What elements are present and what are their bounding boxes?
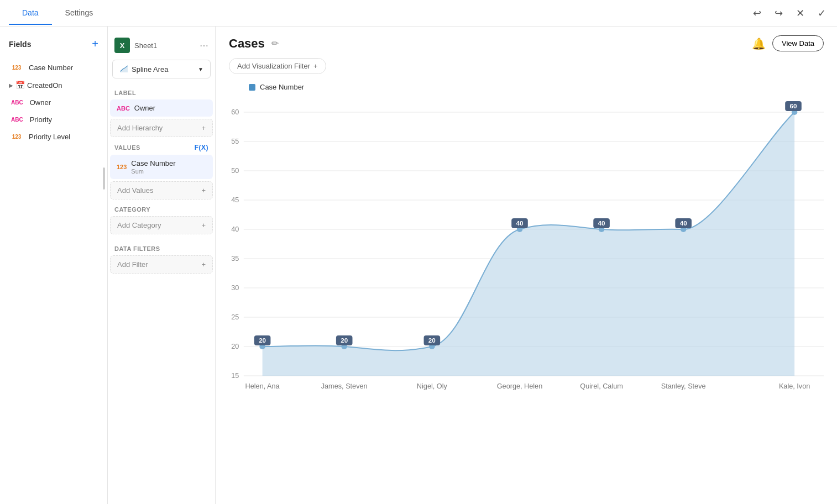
add-filter-label: Add Visualization Filter — [237, 62, 310, 70]
priority-badge: ABC — [9, 116, 25, 123]
fields-panel: Fields + 123 Case Number ▶ 📅 CreatedOn A… — [0, 27, 108, 504]
more-options-icon[interactable]: ⋯ — [200, 40, 208, 51]
field-item-priority[interactable]: ABC Priority — [0, 111, 107, 128]
add-filter-label: Add Filter — [117, 260, 148, 269]
add-visualization-filter-button[interactable]: Add Visualization Filter + — [229, 58, 326, 74]
x-label-james: James, Steven — [321, 382, 368, 390]
label-owner-item[interactable]: ABC Owner — [110, 99, 213, 117]
label-stanley: 40 — [680, 220, 687, 227]
tab-group: Data Settings — [9, 2, 106, 25]
add-category-button[interactable]: Add Category + — [110, 216, 213, 234]
case-number-label: Case Number — [29, 64, 73, 72]
label-owner-name: Owner — [134, 104, 155, 112]
values-case-number-item[interactable]: 123 Case Number Sum — [110, 155, 213, 179]
field-item-case-number[interactable]: 123 Case Number — [0, 59, 107, 76]
chart-type-label: Spline Area — [132, 65, 169, 74]
x-label-kale: Kale, Ivon — [779, 382, 810, 390]
close-button[interactable]: ✕ — [794, 5, 807, 22]
legend-label: Case Number — [260, 83, 304, 91]
svg-text:20: 20 — [231, 343, 239, 350]
config-panel: X Sheet1 ⋯ Spline Area ▼ LABEL ABC Owner… — [108, 27, 216, 504]
label-helen: 20 — [259, 337, 266, 344]
priority-level-badge: 123 — [9, 133, 24, 140]
add-category-icon: + — [201, 221, 206, 229]
category-section-title: CATEGORY — [108, 202, 215, 216]
chevron-icon: ▶ — [9, 82, 13, 88]
svg-text:40: 40 — [231, 225, 239, 233]
svg-text:50: 50 — [231, 167, 239, 175]
values-case-number-name: Case Number — [131, 159, 175, 167]
priority-label: Priority — [30, 116, 52, 124]
edit-title-icon[interactable]: ✏ — [271, 38, 279, 49]
owner-label: Owner — [30, 98, 51, 107]
topbar-actions: ↩ ↪ ✕ ✓ — [751, 5, 828, 22]
case-number-badge: 123 — [9, 64, 24, 71]
label-george: 40 — [516, 220, 524, 227]
add-filter-button[interactable]: Add Filter + — [110, 255, 213, 274]
x-label-helen: Helen, Ana — [245, 382, 280, 390]
chart-type-selector[interactable]: Spline Area ▼ — [112, 60, 211, 78]
add-values-icon: + — [201, 186, 206, 195]
calendar-icon: 📅 — [15, 81, 25, 90]
priority-level-label: Priority Level — [29, 133, 70, 141]
filter-bar: Add Visualization Filter + — [216, 56, 837, 81]
legend-color-swatch — [249, 84, 255, 91]
sheet-name: Sheet1 — [134, 41, 157, 50]
fields-title: Fields — [9, 40, 31, 49]
tab-settings[interactable]: Settings — [52, 2, 107, 25]
label-section-title: LABEL — [108, 85, 215, 99]
label-james: 20 — [341, 337, 348, 344]
owner-badge: ABC — [9, 99, 25, 106]
field-item-priority-level[interactable]: 123 Priority Level — [0, 128, 107, 145]
redo-button[interactable]: ↪ — [772, 5, 785, 22]
owner-type-badge: ABC — [117, 105, 130, 112]
svg-text:55: 55 — [231, 138, 239, 145]
check-button[interactable]: ✓ — [815, 5, 828, 22]
chart-header-right: 🔔 View Data — [752, 35, 824, 51]
add-values-label: Add Values — [117, 186, 154, 195]
values-section-header: VALUES F(x) — [108, 139, 215, 155]
add-filter-icon: + — [201, 260, 206, 269]
x-label-stanley: Stanley, Steve — [661, 382, 706, 390]
x-label-quirel: Quirel, Calum — [580, 382, 623, 390]
chart-svg: 60 55 50 45 40 35 30 25 20 15 20 — [216, 96, 824, 394]
values-sum-label: Sum — [131, 168, 175, 175]
svg-text:35: 35 — [231, 255, 239, 262]
label-nigel: 20 — [428, 337, 436, 344]
add-hierarchy-label: Add Hierarchy — [117, 124, 163, 132]
fx-button[interactable]: F(x) — [195, 144, 208, 151]
label-quirel: 40 — [598, 220, 605, 227]
svg-text:25: 25 — [231, 313, 239, 321]
chart-panel: Cases ✏ 🔔 View Data Add Visualization Fi… — [216, 27, 837, 504]
add-filter-plus-icon: + — [313, 62, 318, 70]
x-label-nigel: Nigel, Oly — [417, 382, 448, 390]
data-filters-section-title: DATA FILTERS — [108, 241, 215, 255]
svg-text:15: 15 — [231, 372, 239, 380]
chart-type-chevron: ▼ — [198, 66, 203, 72]
fields-header: Fields + — [0, 33, 107, 55]
svg-text:60: 60 — [231, 108, 239, 116]
tab-data[interactable]: Data — [9, 2, 52, 25]
view-data-button[interactable]: View Data — [772, 35, 824, 51]
top-bar: Data Settings ↩ ↪ ✕ ✓ — [0, 0, 837, 27]
main-layout: Fields + 123 Case Number ▶ 📅 CreatedOn A… — [0, 27, 837, 504]
add-hierarchy-button[interactable]: Add Hierarchy + — [110, 119, 213, 137]
chart-header: Cases ✏ 🔔 View Data — [216, 27, 837, 56]
svg-text:45: 45 — [231, 196, 239, 204]
createdon-label: CreatedOn — [27, 81, 62, 90]
add-hierarchy-icon: + — [201, 124, 206, 132]
field-item-owner[interactable]: ABC Owner — [0, 94, 107, 111]
add-values-button[interactable]: Add Values + — [110, 181, 213, 200]
alert-icon[interactable]: 🔔 — [752, 37, 766, 50]
field-item-createdon[interactable]: ▶ 📅 CreatedOn — [0, 76, 107, 94]
values-section-title: VALUES — [114, 144, 140, 151]
label-kale: 60 — [790, 103, 797, 109]
undo-button[interactable]: ↩ — [751, 5, 763, 22]
chart-legend: Case Number — [216, 81, 837, 91]
chart-title: Cases — [229, 36, 265, 51]
x-label-george: George, Helen — [497, 382, 543, 390]
excel-icon: X — [114, 38, 130, 53]
add-category-label: Add Category — [117, 221, 161, 229]
add-field-button[interactable]: + — [92, 38, 98, 50]
scroll-thumb — [103, 167, 105, 190]
